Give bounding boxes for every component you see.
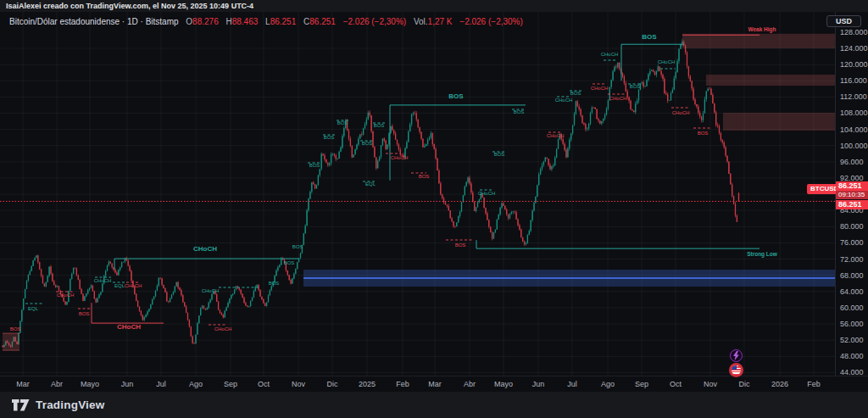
time-axis-label: Oct xyxy=(258,380,270,388)
svg-text:BOS: BOS xyxy=(324,135,335,140)
svg-text:BOS: BOS xyxy=(419,174,430,179)
svg-text:CHoCH: CHoCH xyxy=(478,191,496,196)
time-axis-label: Mayo xyxy=(494,380,513,388)
time-axis-label: Feb xyxy=(807,380,821,388)
lightning-icon xyxy=(732,351,740,360)
svg-text:BOS: BOS xyxy=(374,123,385,128)
svg-text:BOS: BOS xyxy=(337,120,348,125)
time-axis-label: 2026 xyxy=(771,380,788,388)
svg-text:CHoCH: CHoCH xyxy=(547,133,565,138)
time-axis-label: 2025 xyxy=(359,380,376,388)
open-value: 88.276 xyxy=(192,17,219,26)
candlestick-plot[interactable]: EQLCHoCHEQLCHoCHBOSBOSBOSBOSBOSBOSBOSBOS… xyxy=(0,12,835,380)
price-axis-label: 120.000 xyxy=(840,61,868,69)
price-axis-label: 96.000 xyxy=(840,159,864,166)
change-value: −2.026 (−2,30%) xyxy=(343,17,407,26)
tradingview-logo-text[interactable]: TradingView xyxy=(36,398,104,411)
volume-label: Vol. xyxy=(414,17,428,26)
grid-lines xyxy=(0,12,835,376)
symbol-title[interactable]: Bitcoin/Dólar estadounidense · 1D · Bits… xyxy=(9,17,179,26)
price-axis-label: 56.000 xyxy=(840,320,864,328)
footer-bar: TradingView xyxy=(0,392,868,418)
svg-text:BOS: BOS xyxy=(698,131,709,136)
time-axis-label: Nov xyxy=(292,380,305,388)
price-axis-label: 116.000 xyxy=(840,77,867,85)
price-axis-label: 72.000 xyxy=(840,256,864,264)
svg-text:EQL: EQL xyxy=(28,306,39,311)
svg-text:BOS: BOS xyxy=(455,242,466,248)
time-axis[interactable]: MarAbrMayoJunJulAgoSepOctNovDic2025FebMa… xyxy=(0,376,868,392)
svg-text:BOS: BOS xyxy=(79,311,90,316)
price-line-badge: 86.251 xyxy=(836,200,868,209)
time-axis-label: Oct xyxy=(670,380,682,388)
svg-text:CHoCH: CHoCH xyxy=(555,98,573,103)
svg-text:CHoCH: CHoCH xyxy=(193,245,217,253)
symbol-legend[interactable]: Bitcoin/Dólar estadounidense · 1D · Bits… xyxy=(9,17,523,26)
price-axis-label: 48.000 xyxy=(840,353,864,360)
price-axis-label: 100.000 xyxy=(840,142,868,150)
currency-toggle-button[interactable]: USD xyxy=(826,15,861,27)
volume-value: 1,27 K xyxy=(428,17,453,26)
price-axis-label: 64.000 xyxy=(840,288,864,296)
svg-text:BOS: BOS xyxy=(292,244,303,249)
svg-text:BOS: BOS xyxy=(448,92,464,100)
price-axis-label: 108.000 xyxy=(840,109,868,117)
price-axis-label: 52.000 xyxy=(840,337,864,344)
us-session-button[interactable] xyxy=(729,363,743,377)
svg-text:Strong Low: Strong Low xyxy=(747,251,778,258)
price-axis-label: 76.000 xyxy=(840,239,864,247)
svg-text:CHoCH: CHoCH xyxy=(672,110,690,115)
svg-text:BOS: BOS xyxy=(269,281,280,286)
price-axis-label: 68.000 xyxy=(840,272,864,280)
price-axis-label: 128.000 xyxy=(840,29,868,36)
time-axis-label: Mar xyxy=(428,380,442,388)
svg-text:CHoCH: CHoCH xyxy=(117,323,141,331)
high-label: H xyxy=(225,17,231,26)
time-axis-label: Dic xyxy=(327,380,338,388)
time-axis-label: Feb xyxy=(396,380,409,388)
high-value: 88.463 xyxy=(232,17,259,26)
time-axis-label: Ago xyxy=(601,380,615,388)
instant-order-button[interactable] xyxy=(730,349,743,362)
tradingview-logo-icon[interactable] xyxy=(12,399,30,411)
price-axis-label: 80.000 xyxy=(840,223,864,231)
time-axis-label: Jul xyxy=(156,380,166,388)
time-axis-label: Abr xyxy=(51,380,63,388)
svg-text:CHoCH: CHoCH xyxy=(125,283,142,288)
close-value: 86.251 xyxy=(309,17,336,26)
time-axis-label: Dic xyxy=(739,380,750,388)
svg-text:BOS: BOS xyxy=(642,33,657,41)
svg-text:EQL: EQL xyxy=(365,181,376,187)
time-axis-label: Mayo xyxy=(81,380,99,388)
time-axis-label: Sep xyxy=(224,380,237,388)
svg-text:CHoCH: CHoCH xyxy=(57,293,75,298)
svg-text:CHoCH: CHoCH xyxy=(202,288,220,293)
volume-change: −2.026 (−2,30%) xyxy=(459,17,523,26)
last-price-badge: 86.251 xyxy=(836,181,868,191)
svg-text:CHoCH: CHoCH xyxy=(609,96,627,101)
svg-text:CHoCH: CHoCH xyxy=(214,326,232,332)
svg-text:CHoCH: CHoCH xyxy=(591,86,609,91)
bar-countdown-badge: 09:10:35 xyxy=(836,191,868,199)
time-axis-label: Jul xyxy=(567,380,577,388)
svg-text:CHoCH: CHoCH xyxy=(391,155,409,160)
svg-text:BOS: BOS xyxy=(284,260,295,265)
price-axis-label: 112.000 xyxy=(840,93,867,101)
svg-text:BOS: BOS xyxy=(630,84,641,89)
svg-text:CHoCH: CHoCH xyxy=(601,52,619,57)
chart-pane[interactable]: EQLCHoCHEQLCHoCHBOSBOSBOSBOSBOSBOSBOSBOS… xyxy=(0,12,835,380)
svg-text:BOS: BOS xyxy=(309,163,320,168)
svg-text:BOS: BOS xyxy=(362,141,373,146)
svg-text:CHoCH: CHoCH xyxy=(658,59,676,64)
time-axis-label: Abr xyxy=(464,380,476,388)
time-axis-label: Ago xyxy=(189,380,203,388)
price-axis-label: 60.000 xyxy=(840,304,864,312)
time-axis-label: Nov xyxy=(704,380,717,388)
open-label: O xyxy=(186,17,192,26)
us-flag-icon xyxy=(732,365,741,375)
time-axis-label: Mar xyxy=(16,380,30,388)
low-value: 86.251 xyxy=(270,17,297,26)
time-axis-label: Sep xyxy=(635,380,648,388)
tradingview-chart-window: IsaiAlexei creado con TradingView.com, e… xyxy=(0,0,868,418)
svg-text:CHoCH: CHoCH xyxy=(94,278,112,283)
